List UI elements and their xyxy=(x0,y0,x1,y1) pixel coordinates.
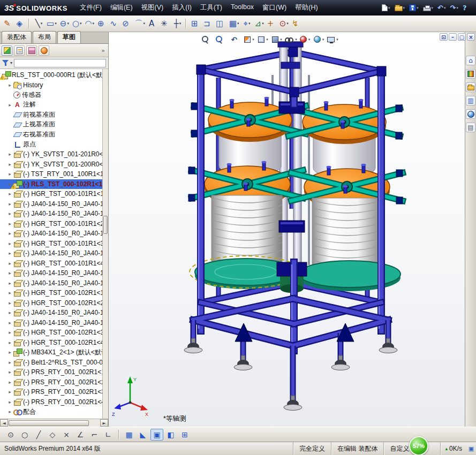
scrollbar-thumb[interactable] xyxy=(103,216,108,234)
tree-item[interactable]: ▸ (-) JA40-14-150_R0_JA40-14 xyxy=(0,209,102,219)
tree-item[interactable]: ▸ (-) PRS_RTY_001_002R1<2> xyxy=(0,377,102,388)
expand-arrow-icon[interactable]: ▸ xyxy=(7,261,13,266)
new-file-button[interactable]: ▾ xyxy=(380,3,392,12)
sketch-rhombus-button[interactable]: ◇ xyxy=(46,429,59,441)
featuremanager-tab[interactable] xyxy=(2,46,12,56)
propertymanager-tab[interactable] xyxy=(14,46,25,56)
centerline-button[interactable]: ┼ ▾ xyxy=(171,17,184,31)
tree-item[interactable]: ▸ (-) HGR_TST_000-102R1<2> xyxy=(0,298,102,308)
expand-arrow-icon[interactable]: ▸ xyxy=(7,399,13,405)
tree-item[interactable]: ▸ (-) JA40-14-150_R0_JA40-14 xyxy=(0,199,102,209)
corner-rectangle-button[interactable]: ▭ ▾ xyxy=(45,17,58,31)
tree-item[interactable]: 上视基准面 xyxy=(0,120,102,130)
tree-item[interactable]: ▸ (-) HGR_TST_000-101R1<4> xyxy=(0,259,102,269)
view-settings-button[interactable]: ▾ xyxy=(326,34,339,45)
tree-item[interactable]: ▸ (-) YK_SVTST_001-200R0<1> xyxy=(0,160,102,170)
snap-grid-button[interactable]: ▦ xyxy=(123,429,135,441)
expand-arrow-icon[interactable]: ▸ xyxy=(7,369,13,375)
tree-item[interactable]: ▸ (-) PRS_RTY_001_002R1<1> xyxy=(0,367,102,377)
tree-item[interactable]: ▸ History xyxy=(0,80,102,90)
sketch-delete-button[interactable]: × xyxy=(60,429,73,441)
expand-arrow-icon[interactable]: ▸ xyxy=(7,221,13,226)
expand-arrow-icon[interactable]: ▸ xyxy=(7,389,13,395)
expand-arrow-icon[interactable]: ▸ xyxy=(7,241,13,246)
tree-item[interactable]: 原点 xyxy=(0,140,102,150)
sketch-fillet-button[interactable]: ⌒ ▾ xyxy=(133,17,147,31)
expand-arrow-icon[interactable]: ▸ xyxy=(7,171,13,177)
section-view-button[interactable]: ▾ xyxy=(243,34,256,45)
expand-arrow-icon[interactable]: ▸ xyxy=(7,251,13,256)
zoom-area-button[interactable]: ▾ xyxy=(215,34,228,45)
expand-arrow-icon[interactable]: ▸ xyxy=(7,191,13,196)
tree-item[interactable]: ▸ (-) JA40-14-150_R0_JA40-14 xyxy=(0,308,102,318)
appearances-tab[interactable] xyxy=(466,109,475,119)
view-shaded-button[interactable]: ▣ xyxy=(150,429,163,441)
exit-sketch-button[interactable]: ✎ ▾ xyxy=(2,17,14,31)
assembly-3d-model[interactable]: Y X Z xyxy=(109,32,465,427)
expand-arrow-icon[interactable]: ▸ xyxy=(7,310,13,315)
menu-item[interactable]: 文件(F) xyxy=(75,1,106,14)
point-tool-button[interactable]: ✳ ▾ xyxy=(159,17,171,31)
tree-item[interactable]: ▸ (-) YK_SVTST_001-201R0<1> xyxy=(0,149,102,160)
expand-arrow-icon[interactable]: ▸ xyxy=(7,290,13,295)
tree-item[interactable]: ▸ 注解 xyxy=(0,100,102,110)
redo-button[interactable]: ↷ ▾ xyxy=(449,3,460,13)
expand-arrow-icon[interactable]: ▸ xyxy=(7,201,13,207)
previous-view-button[interactable]: ↶ ▾ xyxy=(229,34,242,45)
expand-arrow-icon[interactable]: ▸ xyxy=(7,360,13,365)
three-point-arc-button[interactable]: ◠ ▾ xyxy=(84,17,96,31)
undo-button[interactable]: ↶ ▾ xyxy=(436,3,447,13)
filter-funnel-icon[interactable] xyxy=(2,59,9,66)
restore-window-button[interactable]: ⊡ xyxy=(440,33,448,41)
commandmanager-tab[interactable]: 装配体 xyxy=(2,31,32,43)
mirror-entities-button[interactable]: ◫ ▾ xyxy=(214,17,228,31)
sketch-point-button[interactable]: ⊙ xyxy=(4,429,17,441)
expand-arrow-icon[interactable]: ▸ xyxy=(7,330,13,335)
repair-sketch-button[interactable]: + ▾ xyxy=(266,17,278,31)
print-button[interactable]: ▾ xyxy=(421,3,435,12)
menu-item[interactable]: 插入(I) xyxy=(168,1,196,14)
panel-overflow-chevron[interactable]: » xyxy=(101,47,107,54)
menu-item[interactable]: 工具(T) xyxy=(196,1,226,14)
expand-arrow-icon[interactable]: ▸ xyxy=(7,380,13,385)
statusbar-tray-icon[interactable]: ▣ xyxy=(466,442,476,455)
expand-arrow-icon[interactable]: ▸ xyxy=(7,300,13,306)
apply-scene-button[interactable]: ▾ xyxy=(312,34,326,45)
commandmanager-tab[interactable]: 草图 xyxy=(57,31,81,43)
tree-item[interactable]: ▸ (-) TST_RTY_001_100R1<1> xyxy=(0,169,102,179)
open-file-button[interactable]: ▾ xyxy=(393,3,407,12)
tree-vertical-scrollbar[interactable] xyxy=(102,69,108,419)
menu-item[interactable]: 视图(V) xyxy=(137,1,168,14)
view-orientation-button[interactable]: ▾ xyxy=(256,34,270,45)
resources-tab[interactable]: ⌂ xyxy=(466,56,475,65)
base-plate-right[interactable] xyxy=(299,261,401,291)
view-palette-tab[interactable]: ▥ xyxy=(466,96,475,105)
section-display-button[interactable]: ◧ xyxy=(164,429,177,441)
scroll-left-icon[interactable]: ◄ xyxy=(0,419,8,427)
tree-item[interactable]: 前视基准面 xyxy=(0,110,102,120)
tree-item[interactable]: RLS_TST_000-000R1 (默认<默 xyxy=(0,70,102,80)
sketch-circle-button[interactable]: ○ xyxy=(18,429,31,441)
custom-properties-tab[interactable]: ▤ xyxy=(466,123,475,132)
tree-item[interactable]: ▸ 配合 xyxy=(0,407,102,417)
tree-item[interactable]: ▸ (-) RLS_TST_000-102R1<1 xyxy=(0,179,102,189)
minimize-window-button[interactable]: – xyxy=(449,33,457,41)
menu-item[interactable]: Toolbox xyxy=(226,1,258,14)
expand-arrow-icon[interactable]: ▸ xyxy=(7,151,13,157)
smart-dimension-button[interactable]: ◈ ▾ xyxy=(14,17,27,31)
sketch-line-button[interactable]: ╱ xyxy=(32,429,45,441)
tree-item[interactable]: ▸ (-) PRS_RTY_001_002R1<3> xyxy=(0,387,102,397)
tree-item[interactable]: ▸ (-) JA40-14-150_R0_JA40-14 xyxy=(0,248,102,259)
sketch-trim-button[interactable]: ⌐ xyxy=(88,429,101,441)
expand-arrow-icon[interactable]: ▸ xyxy=(7,409,13,414)
expand-arrow-icon[interactable]: ▸ xyxy=(7,82,13,88)
expand-arrow-icon[interactable]: ▸ xyxy=(7,270,13,276)
tree-item[interactable]: ▸ (-) HGR_TST_000-101R1<1> xyxy=(0,189,102,199)
expand-arrow-icon[interactable]: ▸ xyxy=(7,211,13,216)
quick-snaps-button[interactable]: ⊙ ▾ xyxy=(278,17,290,31)
tree-item[interactable]: ▸ (-) MB34X1_2<1> (默认<默认 xyxy=(0,347,102,358)
circle-tool-button[interactable]: ○ ▾ xyxy=(71,17,84,31)
straight-slot-button[interactable]: ⊖ ▾ xyxy=(58,17,71,31)
orientation-triad[interactable]: Y X Z xyxy=(112,376,148,417)
tree-filter-input[interactable] xyxy=(14,59,106,67)
